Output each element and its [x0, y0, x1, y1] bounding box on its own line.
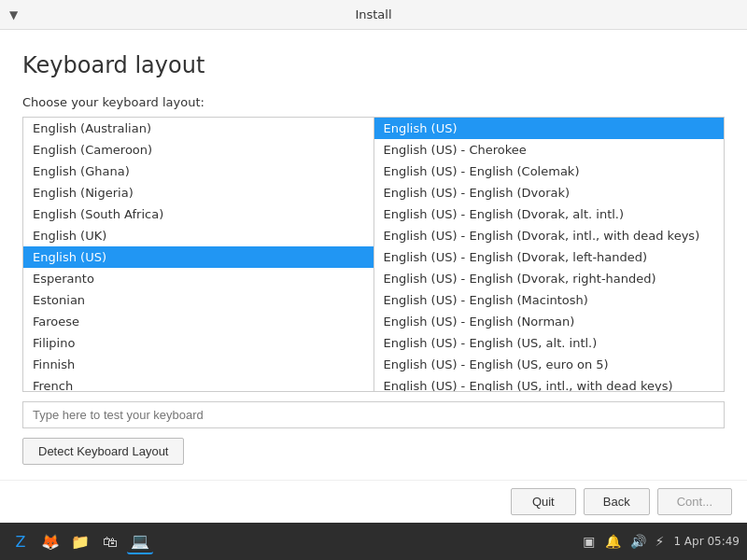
volume-icon[interactable]: 🔊	[630, 534, 646, 549]
list-item[interactable]: English (US) - English (Dvorak)	[374, 182, 725, 203]
list-item[interactable]: English (Cameroon)	[23, 139, 374, 161]
page-title: Keyboard layout	[22, 52, 725, 78]
taskbar-zorin-menu[interactable]: Z	[7, 528, 34, 554]
list-item[interactable]: English (Nigeria)	[23, 182, 374, 203]
list-item[interactable]: Estonian	[23, 289, 374, 311]
bottom-bar: Quit Back Cont...	[0, 480, 747, 523]
back-button[interactable]: Back	[584, 488, 650, 515]
list-item[interactable]: English (US) - English (Dvorak, intl., w…	[374, 225, 725, 246]
list-item[interactable]: Finnish	[23, 354, 374, 375]
test-input-container	[22, 401, 725, 428]
keyboard-lists: English (Australian)English (Cameroon)En…	[22, 117, 725, 392]
list-item[interactable]: English (South Africa)	[23, 203, 374, 225]
quit-button[interactable]: Quit	[511, 488, 576, 515]
keyboard-test-input[interactable]	[22, 401, 725, 428]
taskbar-installer[interactable]: 💻	[127, 528, 153, 554]
titlebar-title: Install	[355, 7, 391, 21]
list-item[interactable]: English (US) - English (Dvorak, left-han…	[374, 246, 725, 268]
taskbar-software-store[interactable]: 🛍	[97, 528, 123, 554]
network-icon[interactable]: ⚡	[655, 534, 665, 549]
taskbar-left: Z🦊📁🛍💻	[7, 528, 583, 554]
list-item[interactable]: Faroese	[23, 311, 374, 332]
taskbar: Z🦊📁🛍💻 ▣ 🔔 🔊 ⚡ 1 Apr 05:49	[0, 523, 747, 560]
list-item[interactable]: English (US) - English (US, euro on 5)	[374, 354, 725, 375]
list-item[interactable]: English (US)	[23, 246, 374, 268]
list-item[interactable]: French	[23, 375, 374, 391]
list-item[interactable]: Filipino	[23, 332, 374, 354]
list-item[interactable]: English (US) - English (US, alt. intl.)	[374, 332, 725, 354]
continue-button[interactable]: Cont...	[657, 488, 732, 515]
list-item[interactable]: English (US) - English (US, intl., with …	[374, 375, 725, 391]
language-list[interactable]: English (Australian)English (Cameroon)En…	[23, 118, 374, 391]
variant-list[interactable]: English (US)English (US) - CherokeeEngli…	[374, 118, 725, 391]
list-item[interactable]: English (Ghana)	[23, 161, 374, 182]
detect-button-container: Detect Keyboard Layout	[22, 438, 725, 465]
taskbar-firefox[interactable]: 🦊	[37, 528, 63, 554]
list-item[interactable]: English (US)	[374, 118, 725, 139]
choose-label: Choose your keyboard layout:	[22, 95, 725, 109]
main-content: Keyboard layout Choose your keyboard lay…	[0, 30, 747, 480]
titlebar: ▼ Install	[0, 0, 747, 30]
clock: 1 Apr 05:49	[673, 535, 740, 548]
list-item[interactable]: English (US) - English (Dvorak, alt. int…	[374, 203, 725, 225]
list-item[interactable]: English (US) - English (Dvorak, right-ha…	[374, 268, 725, 289]
list-item[interactable]: English (US) - English (Norman)	[374, 311, 725, 332]
list-item[interactable]: English (Australian)	[23, 118, 374, 139]
detect-layout-button[interactable]: Detect Keyboard Layout	[22, 438, 184, 465]
titlebar-menu[interactable]: ▼	[9, 8, 18, 21]
list-item[interactable]: English (US) - Cherokee	[374, 139, 725, 161]
list-item[interactable]: English (UK)	[23, 225, 374, 246]
screen-icon[interactable]: ▣	[583, 534, 595, 549]
taskbar-right: ▣ 🔔 🔊 ⚡ 1 Apr 05:49	[583, 534, 740, 549]
list-item[interactable]: Esperanto	[23, 268, 374, 289]
list-item[interactable]: English (US) - English (Macintosh)	[374, 289, 725, 311]
notification-icon[interactable]: 🔔	[605, 534, 621, 549]
list-item[interactable]: English (US) - English (Colemak)	[374, 161, 725, 182]
taskbar-files[interactable]: 📁	[67, 528, 93, 554]
